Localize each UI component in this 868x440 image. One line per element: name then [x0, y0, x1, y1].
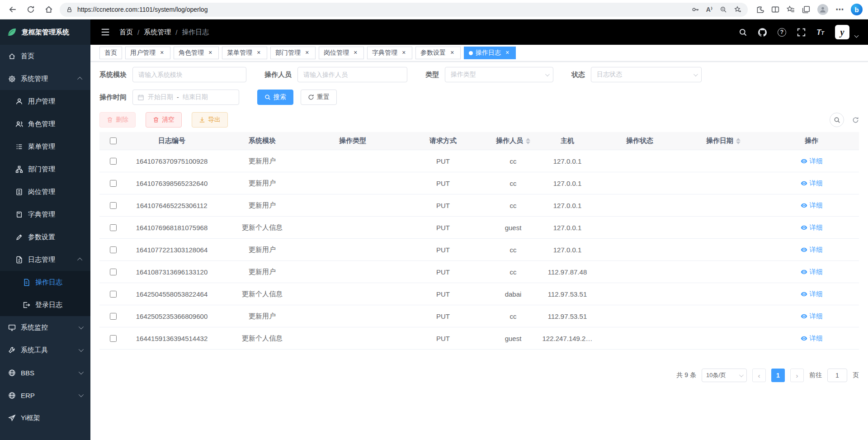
browser-profile-avatar[interactable] [817, 4, 828, 15]
tab-close-icon[interactable] [504, 49, 511, 57]
row-checkbox[interactable] [110, 224, 117, 231]
column-header-date[interactable]: 操作日期 [683, 137, 764, 145]
split-screen-icon[interactable] [771, 5, 779, 14]
type-select[interactable]: 操作类型 [445, 67, 553, 82]
sidebar-item-dept[interactable]: 部门管理 [0, 158, 90, 180]
delete-button[interactable]: 删除 [99, 112, 136, 128]
breadcrumb-home[interactable]: 首页 [119, 28, 133, 37]
header-search-icon[interactable] [739, 28, 747, 37]
detail-link[interactable]: 详细 [801, 290, 823, 298]
select-all-checkbox[interactable] [110, 137, 117, 144]
user-avatar[interactable] [835, 25, 849, 39]
page-size-select[interactable]: 10条/页 [702, 369, 747, 382]
detail-link[interactable]: 详细 [801, 157, 823, 166]
detail-link[interactable]: 详细 [801, 179, 823, 188]
tab[interactable]: 用户管理 [125, 47, 170, 59]
url-text[interactable]: https://ccnetcore.com:1101/system/log/op… [77, 6, 687, 13]
detail-link[interactable]: 详细 [801, 223, 823, 232]
next-page-button[interactable] [790, 369, 804, 382]
detail-link[interactable]: 详细 [801, 268, 823, 276]
sidebar-item-user[interactable]: 用户管理 [0, 90, 90, 113]
tab-close-icon[interactable] [158, 49, 165, 57]
tab[interactable]: 参数设置 [415, 47, 461, 59]
row-checkbox[interactable] [110, 202, 117, 209]
collections-icon[interactable] [802, 5, 810, 14]
detail-link[interactable]: 详细 [801, 334, 823, 343]
github-icon[interactable] [758, 28, 767, 37]
clear-button[interactable]: 清空 [146, 112, 182, 128]
sidebar-item-menu[interactable]: 菜单管理 [0, 135, 90, 158]
tab-close-icon[interactable] [255, 49, 262, 57]
breadcrumb-system[interactable]: 系统管理 [144, 28, 171, 37]
extensions-icon[interactable] [756, 5, 764, 14]
font-size-icon[interactable] [816, 28, 824, 36]
tab[interactable]: 部门管理 [270, 47, 316, 59]
row-checkbox[interactable] [110, 313, 117, 320]
sidebar-item-bbs[interactable]: BBS [0, 361, 90, 384]
browser-menu-icon[interactable] [835, 5, 844, 14]
help-icon[interactable] [778, 28, 786, 37]
tab[interactable]: 操作日志 [464, 47, 516, 59]
tab-close-icon[interactable] [207, 49, 214, 57]
tab-close-icon[interactable] [400, 49, 407, 57]
tab[interactable]: 字典管理 [367, 47, 412, 59]
tab-close-icon[interactable] [448, 49, 456, 57]
sidebar-item-home[interactable]: 首页 [0, 45, 90, 67]
read-aloud-icon[interactable] [706, 5, 712, 14]
sidebar-item-log[interactable]: 日志管理 [0, 248, 90, 271]
tab-close-icon[interactable] [352, 49, 359, 57]
browser-address-bar[interactable]: https://ccnetcore.com:1101/system/log/op… [60, 3, 748, 17]
row-checkbox[interactable] [110, 269, 117, 275]
sidebar-item-dict[interactable]: 字典管理 [0, 203, 90, 226]
app-logo[interactable]: 意框架管理系统 [0, 19, 90, 45]
module-input[interactable] [132, 67, 246, 82]
tab[interactable]: 角色管理 [174, 47, 219, 59]
sort-caret-icons[interactable] [736, 138, 741, 144]
user-menu-caret-icon[interactable] [854, 33, 859, 38]
row-checkbox[interactable] [110, 291, 117, 298]
row-checkbox[interactable] [110, 158, 117, 165]
sidebar-item-monitor[interactable]: 系统监控 [0, 316, 90, 339]
tab[interactable]: 首页 [99, 47, 122, 59]
reset-button[interactable]: 重置 [301, 90, 337, 105]
operator-input[interactable] [297, 67, 407, 82]
detail-link[interactable]: 详细 [801, 312, 823, 321]
export-button[interactable]: 导出 [192, 112, 228, 128]
sidebar-item-post[interactable]: 岗位管理 [0, 180, 90, 203]
sidebar-item-tool[interactable]: 系统工具 [0, 339, 90, 361]
goto-page-input[interactable] [827, 369, 847, 382]
hide-search-icon[interactable] [830, 113, 844, 127]
browser-back-button[interactable] [5, 2, 20, 17]
sidebar-item-yi[interactable]: Yi框架 [0, 407, 90, 429]
row-checkbox[interactable] [110, 180, 117, 187]
search-button[interactable]: 搜索 [257, 90, 293, 105]
fullscreen-icon[interactable] [797, 28, 806, 37]
hamburger-icon[interactable] [100, 27, 110, 37]
zoom-out-icon[interactable] [720, 6, 727, 13]
sidebar-item-role[interactable]: 角色管理 [0, 113, 90, 135]
add-favorite-star-icon[interactable] [734, 6, 741, 13]
sidebar-item-loginlog[interactable]: 登录日志 [0, 293, 90, 316]
sort-caret-icons[interactable] [526, 138, 530, 144]
column-header-operator[interactable]: 操作人员 [488, 137, 538, 145]
sidebar-item-erp[interactable]: ERP [0, 384, 90, 407]
tab[interactable]: 岗位管理 [319, 47, 364, 59]
detail-link[interactable]: 详细 [801, 246, 823, 254]
status-select[interactable]: 日志状态 [591, 67, 702, 82]
sidebar-item-param[interactable]: 参数设置 [0, 226, 90, 248]
sidebar-item-system[interactable]: 系统管理 [0, 67, 90, 90]
password-key-icon[interactable] [692, 6, 699, 13]
row-checkbox[interactable] [110, 335, 117, 342]
refresh-table-icon[interactable] [852, 117, 859, 123]
browser-refresh-button[interactable] [24, 2, 38, 17]
tab-close-icon[interactable] [303, 49, 311, 57]
date-range-picker[interactable]: 开始日期 - 结束日期 [132, 90, 239, 105]
sidebar-item-operlog[interactable]: 操作日志 [0, 271, 90, 293]
tab[interactable]: 菜单管理 [222, 47, 267, 59]
favorites-bar-icon[interactable] [787, 5, 795, 14]
prev-page-button[interactable] [752, 369, 766, 382]
bing-chat-icon[interactable] [851, 4, 863, 15]
current-page[interactable]: 1 [771, 369, 785, 382]
row-checkbox[interactable] [110, 246, 117, 253]
browser-home-button[interactable] [42, 2, 56, 17]
